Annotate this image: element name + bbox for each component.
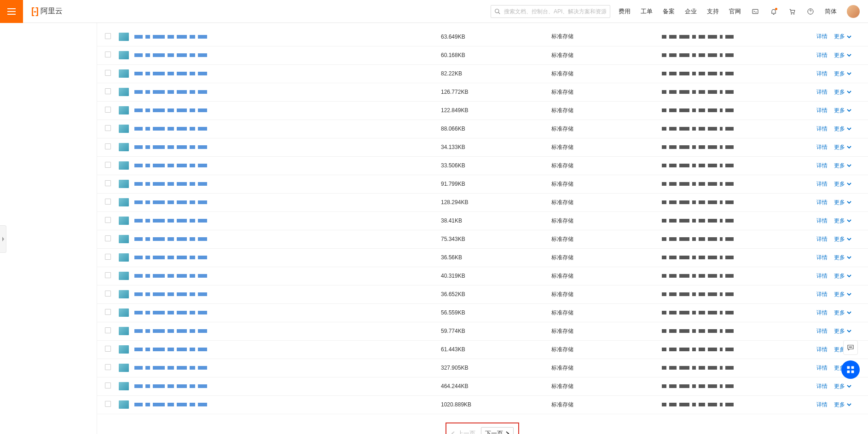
detail-link[interactable]: 详情 [816, 364, 827, 372]
nav-link-support[interactable]: 支持 [707, 7, 719, 16]
detail-link[interactable]: 详情 [816, 401, 827, 409]
row-checkbox[interactable] [105, 143, 111, 149]
notification-bell-icon[interactable] [770, 7, 778, 16]
more-actions-dropdown[interactable]: 更多 [834, 107, 851, 114]
detail-link[interactable]: 详情 [816, 217, 827, 225]
detail-link[interactable]: 详情 [816, 346, 827, 354]
more-actions-dropdown[interactable]: 更多 [834, 162, 851, 170]
search-input[interactable] [491, 5, 610, 18]
file-name-redacted[interactable] [134, 384, 207, 388]
detail-link[interactable]: 详情 [816, 254, 827, 262]
detail-link[interactable]: 详情 [816, 33, 827, 40]
language-switch[interactable]: 简体 [825, 7, 837, 16]
row-checkbox[interactable] [105, 272, 111, 278]
more-actions-dropdown[interactable]: 更多 [834, 217, 851, 225]
more-actions-dropdown[interactable]: 更多 [834, 199, 851, 206]
file-name-redacted[interactable] [134, 200, 207, 204]
pager-prev-button[interactable]: 上一页 [451, 429, 475, 434]
more-actions-dropdown[interactable]: 更多 [834, 401, 851, 409]
row-checkbox[interactable] [105, 51, 111, 57]
file-name-redacted[interactable] [134, 366, 207, 370]
detail-link[interactable]: 详情 [816, 309, 827, 317]
more-actions-dropdown[interactable]: 更多 [834, 309, 851, 317]
nav-link-tickets[interactable]: 工单 [641, 7, 653, 16]
avatar[interactable] [847, 5, 860, 18]
pager-next-button[interactable]: 下一页 [481, 427, 514, 434]
detail-link[interactable]: 详情 [816, 162, 827, 170]
row-checkbox[interactable] [105, 401, 111, 407]
row-checkbox[interactable] [105, 217, 111, 223]
row-checkbox[interactable] [105, 346, 111, 352]
file-name-redacted[interactable] [134, 145, 207, 149]
cloudshell-icon[interactable] [751, 7, 759, 16]
more-actions-dropdown[interactable]: 更多 [834, 327, 851, 335]
file-name-redacted[interactable] [134, 219, 207, 223]
detail-link[interactable]: 详情 [816, 291, 827, 298]
side-drawer-handle[interactable] [0, 225, 6, 253]
more-actions-dropdown[interactable]: 更多 [834, 33, 851, 40]
help-icon[interactable] [806, 7, 815, 16]
detail-link[interactable]: 详情 [816, 51, 827, 59]
detail-link[interactable]: 详情 [816, 235, 827, 243]
detail-link[interactable]: 详情 [816, 107, 827, 114]
nav-link-enterprise[interactable]: 企业 [685, 7, 697, 16]
detail-link[interactable]: 详情 [816, 70, 827, 78]
more-actions-dropdown[interactable]: 更多 [834, 254, 851, 262]
hamburger-menu-button[interactable] [0, 0, 23, 23]
app-launcher-button[interactable] [841, 360, 860, 379]
row-checkbox[interactable] [105, 383, 111, 388]
nav-link-icp[interactable]: 备案 [663, 7, 675, 16]
file-name-redacted[interactable] [134, 237, 207, 241]
detail-link[interactable]: 详情 [816, 125, 827, 133]
cart-icon[interactable] [788, 7, 796, 16]
row-checkbox[interactable] [105, 88, 111, 94]
row-checkbox[interactable] [105, 70, 111, 76]
more-actions-dropdown[interactable]: 更多 [834, 291, 851, 298]
file-name-redacted[interactable] [134, 403, 207, 406]
detail-link[interactable]: 详情 [816, 143, 827, 151]
more-actions-dropdown[interactable]: 更多 [834, 383, 851, 390]
file-name-redacted[interactable] [134, 127, 207, 131]
detail-link[interactable]: 详情 [816, 327, 827, 335]
more-actions-dropdown[interactable]: 更多 [834, 272, 851, 280]
file-name-redacted[interactable] [134, 53, 207, 57]
file-name-redacted[interactable] [134, 348, 207, 351]
more-actions-dropdown[interactable]: 更多 [834, 180, 851, 188]
row-checkbox[interactable] [105, 364, 111, 370]
row-checkbox[interactable] [105, 235, 111, 241]
file-name-redacted[interactable] [134, 311, 207, 314]
file-name-redacted[interactable] [134, 256, 207, 259]
file-name-redacted[interactable] [134, 72, 207, 75]
feedback-button[interactable] [843, 340, 858, 355]
row-checkbox[interactable] [105, 199, 111, 205]
more-actions-dropdown[interactable]: 更多 [834, 125, 851, 133]
nav-link-billing[interactable]: 费用 [619, 7, 631, 16]
row-checkbox[interactable] [105, 107, 111, 113]
file-name-redacted[interactable] [134, 35, 207, 39]
file-name-redacted[interactable] [134, 182, 207, 186]
file-name-redacted[interactable] [134, 292, 207, 296]
brand-logo[interactable]: [-] 阿里云 [31, 6, 63, 17]
row-checkbox[interactable] [105, 254, 111, 260]
more-actions-dropdown[interactable]: 更多 [834, 51, 851, 59]
row-checkbox[interactable] [105, 291, 111, 297]
file-name-redacted[interactable] [134, 164, 207, 167]
nav-link-website[interactable]: 官网 [729, 7, 741, 16]
file-name-redacted[interactable] [134, 90, 207, 94]
detail-link[interactable]: 详情 [816, 199, 827, 206]
row-checkbox[interactable] [105, 309, 111, 315]
more-actions-dropdown[interactable]: 更多 [834, 235, 851, 243]
row-checkbox[interactable] [105, 33, 111, 39]
more-actions-dropdown[interactable]: 更多 [834, 70, 851, 78]
detail-link[interactable]: 详情 [816, 180, 827, 188]
file-name-redacted[interactable] [134, 108, 207, 112]
file-name-redacted[interactable] [134, 329, 207, 333]
more-actions-dropdown[interactable]: 更多 [834, 143, 851, 151]
row-checkbox[interactable] [105, 162, 111, 168]
detail-link[interactable]: 详情 [816, 272, 827, 280]
row-checkbox[interactable] [105, 327, 111, 333]
detail-link[interactable]: 详情 [816, 383, 827, 390]
more-actions-dropdown[interactable]: 更多 [834, 88, 851, 96]
row-checkbox[interactable] [105, 125, 111, 131]
row-checkbox[interactable] [105, 180, 111, 186]
